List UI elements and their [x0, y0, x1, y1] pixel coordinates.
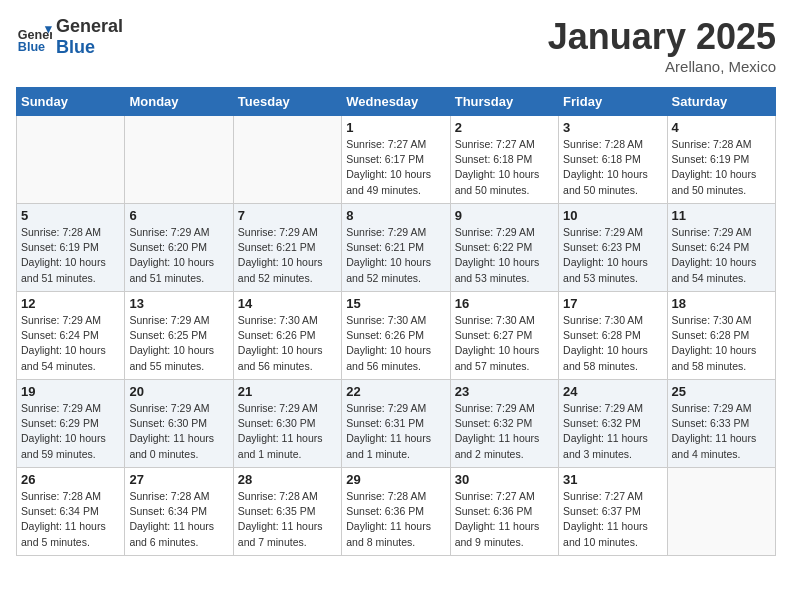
- calendar-cell: 3Sunrise: 7:28 AMSunset: 6:18 PMDaylight…: [559, 116, 667, 204]
- day-number: 26: [21, 472, 120, 487]
- weekday-header-friday: Friday: [559, 88, 667, 116]
- day-info: Sunrise: 7:29 AMSunset: 6:24 PMDaylight:…: [672, 225, 771, 286]
- day-number: 30: [455, 472, 554, 487]
- weekday-header-monday: Monday: [125, 88, 233, 116]
- calendar-table: SundayMondayTuesdayWednesdayThursdayFrid…: [16, 87, 776, 556]
- day-info: Sunrise: 7:29 AMSunset: 6:30 PMDaylight:…: [129, 401, 228, 462]
- day-number: 20: [129, 384, 228, 399]
- day-info: Sunrise: 7:29 AMSunset: 6:22 PMDaylight:…: [455, 225, 554, 286]
- day-number: 5: [21, 208, 120, 223]
- day-info: Sunrise: 7:29 AMSunset: 6:32 PMDaylight:…: [563, 401, 662, 462]
- day-number: 9: [455, 208, 554, 223]
- day-number: 6: [129, 208, 228, 223]
- day-number: 24: [563, 384, 662, 399]
- calendar-cell: [667, 468, 775, 556]
- calendar-cell: 6Sunrise: 7:29 AMSunset: 6:20 PMDaylight…: [125, 204, 233, 292]
- calendar-cell: 19Sunrise: 7:29 AMSunset: 6:29 PMDayligh…: [17, 380, 125, 468]
- calendar-cell: 21Sunrise: 7:29 AMSunset: 6:30 PMDayligh…: [233, 380, 341, 468]
- day-number: 23: [455, 384, 554, 399]
- logo-icon: General Blue: [16, 19, 52, 55]
- calendar-cell: 9Sunrise: 7:29 AMSunset: 6:22 PMDaylight…: [450, 204, 558, 292]
- day-info: Sunrise: 7:30 AMSunset: 6:28 PMDaylight:…: [672, 313, 771, 374]
- day-number: 25: [672, 384, 771, 399]
- weekday-header-thursday: Thursday: [450, 88, 558, 116]
- calendar-week-3: 12Sunrise: 7:29 AMSunset: 6:24 PMDayligh…: [17, 292, 776, 380]
- day-number: 10: [563, 208, 662, 223]
- calendar-week-2: 5Sunrise: 7:28 AMSunset: 6:19 PMDaylight…: [17, 204, 776, 292]
- calendar-cell: 11Sunrise: 7:29 AMSunset: 6:24 PMDayligh…: [667, 204, 775, 292]
- day-info: Sunrise: 7:29 AMSunset: 6:31 PMDaylight:…: [346, 401, 445, 462]
- calendar-cell: 5Sunrise: 7:28 AMSunset: 6:19 PMDaylight…: [17, 204, 125, 292]
- day-info: Sunrise: 7:30 AMSunset: 6:28 PMDaylight:…: [563, 313, 662, 374]
- calendar-cell: 7Sunrise: 7:29 AMSunset: 6:21 PMDaylight…: [233, 204, 341, 292]
- day-number: 22: [346, 384, 445, 399]
- day-info: Sunrise: 7:30 AMSunset: 6:26 PMDaylight:…: [238, 313, 337, 374]
- day-info: Sunrise: 7:28 AMSunset: 6:35 PMDaylight:…: [238, 489, 337, 550]
- calendar-cell: 12Sunrise: 7:29 AMSunset: 6:24 PMDayligh…: [17, 292, 125, 380]
- day-number: 1: [346, 120, 445, 135]
- calendar-cell: 26Sunrise: 7:28 AMSunset: 6:34 PMDayligh…: [17, 468, 125, 556]
- day-info: Sunrise: 7:29 AMSunset: 6:33 PMDaylight:…: [672, 401, 771, 462]
- calendar-header: SundayMondayTuesdayWednesdayThursdayFrid…: [17, 88, 776, 116]
- calendar-cell: 8Sunrise: 7:29 AMSunset: 6:21 PMDaylight…: [342, 204, 450, 292]
- calendar-cell: 20Sunrise: 7:29 AMSunset: 6:30 PMDayligh…: [125, 380, 233, 468]
- day-info: Sunrise: 7:30 AMSunset: 6:27 PMDaylight:…: [455, 313, 554, 374]
- day-number: 4: [672, 120, 771, 135]
- calendar-cell: 2Sunrise: 7:27 AMSunset: 6:18 PMDaylight…: [450, 116, 558, 204]
- calendar-cell: 30Sunrise: 7:27 AMSunset: 6:36 PMDayligh…: [450, 468, 558, 556]
- logo-blue: Blue: [56, 37, 123, 58]
- calendar-cell: 29Sunrise: 7:28 AMSunset: 6:36 PMDayligh…: [342, 468, 450, 556]
- day-info: Sunrise: 7:29 AMSunset: 6:21 PMDaylight:…: [238, 225, 337, 286]
- calendar-week-4: 19Sunrise: 7:29 AMSunset: 6:29 PMDayligh…: [17, 380, 776, 468]
- month-title: January 2025: [548, 16, 776, 58]
- calendar-cell: [233, 116, 341, 204]
- day-number: 8: [346, 208, 445, 223]
- day-number: 15: [346, 296, 445, 311]
- calendar-cell: 22Sunrise: 7:29 AMSunset: 6:31 PMDayligh…: [342, 380, 450, 468]
- calendar-cell: 25Sunrise: 7:29 AMSunset: 6:33 PMDayligh…: [667, 380, 775, 468]
- weekday-header-row: SundayMondayTuesdayWednesdayThursdayFrid…: [17, 88, 776, 116]
- logo-general: General: [56, 16, 123, 37]
- day-number: 16: [455, 296, 554, 311]
- calendar-cell: 10Sunrise: 7:29 AMSunset: 6:23 PMDayligh…: [559, 204, 667, 292]
- day-info: Sunrise: 7:29 AMSunset: 6:29 PMDaylight:…: [21, 401, 120, 462]
- page-header: General Blue General Blue January 2025 A…: [16, 16, 776, 75]
- day-info: Sunrise: 7:28 AMSunset: 6:34 PMDaylight:…: [129, 489, 228, 550]
- day-info: Sunrise: 7:29 AMSunset: 6:23 PMDaylight:…: [563, 225, 662, 286]
- calendar-cell: 18Sunrise: 7:30 AMSunset: 6:28 PMDayligh…: [667, 292, 775, 380]
- calendar-cell: 28Sunrise: 7:28 AMSunset: 6:35 PMDayligh…: [233, 468, 341, 556]
- day-number: 18: [672, 296, 771, 311]
- calendar-cell: 14Sunrise: 7:30 AMSunset: 6:26 PMDayligh…: [233, 292, 341, 380]
- calendar-cell: 13Sunrise: 7:29 AMSunset: 6:25 PMDayligh…: [125, 292, 233, 380]
- calendar-week-5: 26Sunrise: 7:28 AMSunset: 6:34 PMDayligh…: [17, 468, 776, 556]
- day-number: 3: [563, 120, 662, 135]
- calendar-cell: [125, 116, 233, 204]
- calendar-cell: 16Sunrise: 7:30 AMSunset: 6:27 PMDayligh…: [450, 292, 558, 380]
- day-info: Sunrise: 7:27 AMSunset: 6:37 PMDaylight:…: [563, 489, 662, 550]
- day-info: Sunrise: 7:30 AMSunset: 6:26 PMDaylight:…: [346, 313, 445, 374]
- day-number: 17: [563, 296, 662, 311]
- calendar-cell: [17, 116, 125, 204]
- day-number: 31: [563, 472, 662, 487]
- weekday-header-wednesday: Wednesday: [342, 88, 450, 116]
- weekday-header-sunday: Sunday: [17, 88, 125, 116]
- calendar-cell: 15Sunrise: 7:30 AMSunset: 6:26 PMDayligh…: [342, 292, 450, 380]
- day-info: Sunrise: 7:29 AMSunset: 6:20 PMDaylight:…: [129, 225, 228, 286]
- day-number: 21: [238, 384, 337, 399]
- calendar-cell: 24Sunrise: 7:29 AMSunset: 6:32 PMDayligh…: [559, 380, 667, 468]
- calendar-cell: 1Sunrise: 7:27 AMSunset: 6:17 PMDaylight…: [342, 116, 450, 204]
- weekday-header-saturday: Saturday: [667, 88, 775, 116]
- calendar-cell: 27Sunrise: 7:28 AMSunset: 6:34 PMDayligh…: [125, 468, 233, 556]
- day-number: 28: [238, 472, 337, 487]
- weekday-header-tuesday: Tuesday: [233, 88, 341, 116]
- day-info: Sunrise: 7:28 AMSunset: 6:19 PMDaylight:…: [672, 137, 771, 198]
- calendar-cell: 17Sunrise: 7:30 AMSunset: 6:28 PMDayligh…: [559, 292, 667, 380]
- location: Arellano, Mexico: [548, 58, 776, 75]
- day-info: Sunrise: 7:29 AMSunset: 6:24 PMDaylight:…: [21, 313, 120, 374]
- day-number: 2: [455, 120, 554, 135]
- day-info: Sunrise: 7:27 AMSunset: 6:17 PMDaylight:…: [346, 137, 445, 198]
- title-block: January 2025 Arellano, Mexico: [548, 16, 776, 75]
- svg-text:Blue: Blue: [18, 40, 45, 54]
- calendar-body: 1Sunrise: 7:27 AMSunset: 6:17 PMDaylight…: [17, 116, 776, 556]
- day-info: Sunrise: 7:28 AMSunset: 6:18 PMDaylight:…: [563, 137, 662, 198]
